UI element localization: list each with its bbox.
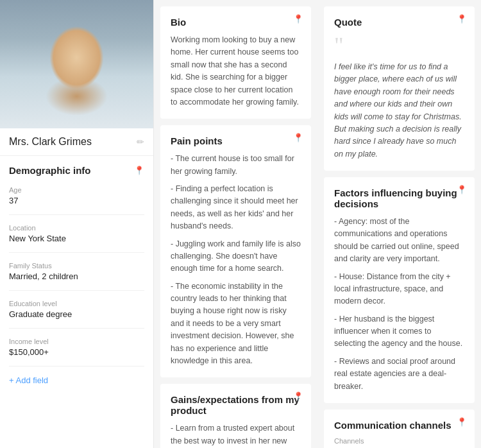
- edit-icon[interactable]: ✏: [137, 137, 144, 147]
- pain-pin-icon: 📍: [293, 133, 303, 142]
- profile-name-area: Mrs. Clark Grimes ✏: [0, 128, 153, 156]
- location-value: New York State: [9, 234, 144, 243]
- pain-points-card: 📍 Pain points - The current house is too…: [160, 125, 311, 377]
- profile-photo: [0, 0, 153, 128]
- quote-title: Quote: [334, 17, 464, 28]
- comm-pin-icon: 📍: [457, 417, 467, 427]
- age-value: 37: [9, 196, 144, 205]
- pin-icon: 📍: [134, 166, 144, 175]
- gains-card: 📍 Gains/expectations from my product - L…: [160, 384, 311, 448]
- location-field: Location New York State: [9, 224, 144, 253]
- quote-text: I feel like it's time for us to find a b…: [334, 61, 464, 160]
- bio-pin-icon: 📍: [293, 14, 303, 24]
- age-label: Age: [9, 186, 144, 194]
- education-field: Education level Graduate degree: [9, 300, 144, 329]
- factor-4: - Reviews and social proof around real e…: [334, 356, 464, 393]
- age-field: Age 37: [9, 186, 144, 215]
- profile-name: Mrs. Clark Grimes: [9, 136, 92, 148]
- gains-pin-icon: 📍: [293, 392, 303, 401]
- income-field: Income level $150,000+: [9, 338, 144, 366]
- factors-text: - Agency: most of the communications and…: [334, 216, 464, 393]
- communication-card: 📍 Communication channels Channels Instag…: [324, 409, 475, 448]
- demographic-title: Demographic info: [9, 165, 91, 176]
- family-value: Married, 2 children: [9, 271, 144, 281]
- app-layout: Mrs. Clark Grimes ✏ Demographic info 📍 A…: [0, 0, 481, 448]
- bio-title: Bio: [171, 17, 301, 28]
- location-label: Location: [9, 224, 144, 232]
- pain-point-1: - The current house is too small for her…: [171, 153, 301, 178]
- pain-point-4: - The economic instability in the countr…: [171, 280, 301, 368]
- quote-card: 📍 Quote " I feel like it's time for us t…: [324, 6, 475, 171]
- factor-1: - Agency: most of the communications and…: [334, 216, 464, 266]
- factors-title: Factors influencing buying decisions: [334, 187, 464, 209]
- channels-field: Channels Instagram, Mom influencers, WoM: [334, 437, 464, 448]
- left-column: Mrs. Clark Grimes ✏ Demographic info 📍 A…: [0, 0, 154, 448]
- factor-2: - House: Distance from the city + local …: [334, 271, 464, 308]
- income-label: Income level: [9, 338, 144, 345]
- comm-title: Communication channels: [334, 420, 464, 431]
- gains-title: Gains/expectations from my product: [171, 394, 301, 416]
- family-status-field: Family Status Married, 2 children: [9, 262, 144, 291]
- middle-column: 📍 Bio Working mom looking to buy a new h…: [154, 0, 317, 448]
- profile-face: [0, 0, 153, 128]
- demo-header: Demographic info 📍: [9, 165, 144, 176]
- education-value: Graduate degree: [9, 309, 144, 319]
- pain-points-text: - The current house is too small for her…: [171, 153, 301, 367]
- pain-points-title: Pain points: [171, 135, 301, 146]
- education-label: Education level: [9, 300, 144, 307]
- quote-pin-icon: 📍: [457, 14, 467, 24]
- family-label: Family Status: [9, 262, 144, 270]
- factors-pin-icon: 📍: [457, 185, 467, 194]
- factor-3: - Her husband is the biggest influencer …: [334, 313, 464, 350]
- pain-point-3: - Juggling work and family life is also …: [171, 238, 301, 275]
- add-field-button[interactable]: + Add field: [9, 375, 144, 385]
- gains-text: - Learn from a trusted expert about the …: [171, 422, 301, 448]
- right-column: 📍 Quote " I feel like it's time for us t…: [317, 0, 481, 448]
- income-value: $150,000+: [9, 347, 144, 357]
- bio-card: 📍 Bio Working mom looking to buy a new h…: [160, 6, 311, 119]
- demographic-section: Demographic info 📍 Age 37 Location New Y…: [0, 156, 153, 448]
- pain-point-2: - Finding a perfect location is challeng…: [171, 183, 301, 233]
- quote-mark: ": [334, 34, 464, 57]
- channels-label: Channels: [334, 437, 464, 445]
- gain-1: - Learn from a trusted expert about the …: [171, 422, 301, 448]
- factors-card: 📍 Factors influencing buying decisions -…: [324, 177, 475, 403]
- bio-text: Working mom looking to buy a new home. H…: [171, 34, 301, 108]
